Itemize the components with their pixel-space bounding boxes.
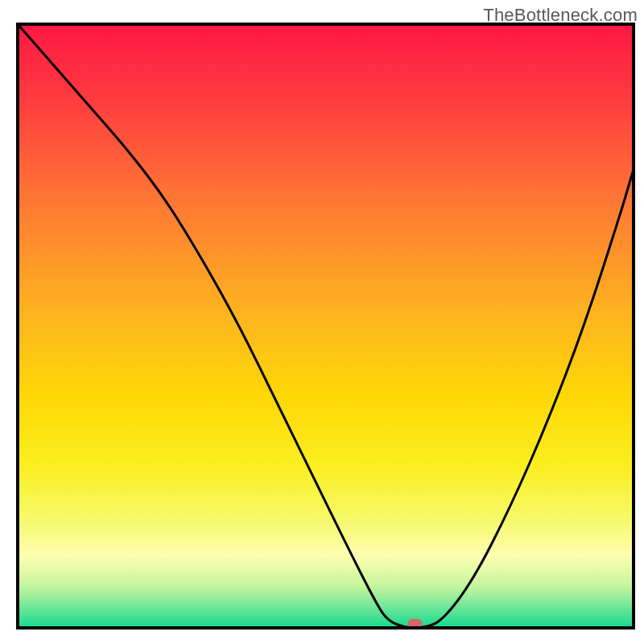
watermark-text: TheBottleneck.com bbox=[483, 5, 638, 26]
gradient-background bbox=[18, 24, 634, 628]
chart-container: TheBottleneck.com bbox=[0, 0, 644, 644]
chart-svg bbox=[0, 0, 644, 644]
plot-area bbox=[18, 24, 634, 629]
